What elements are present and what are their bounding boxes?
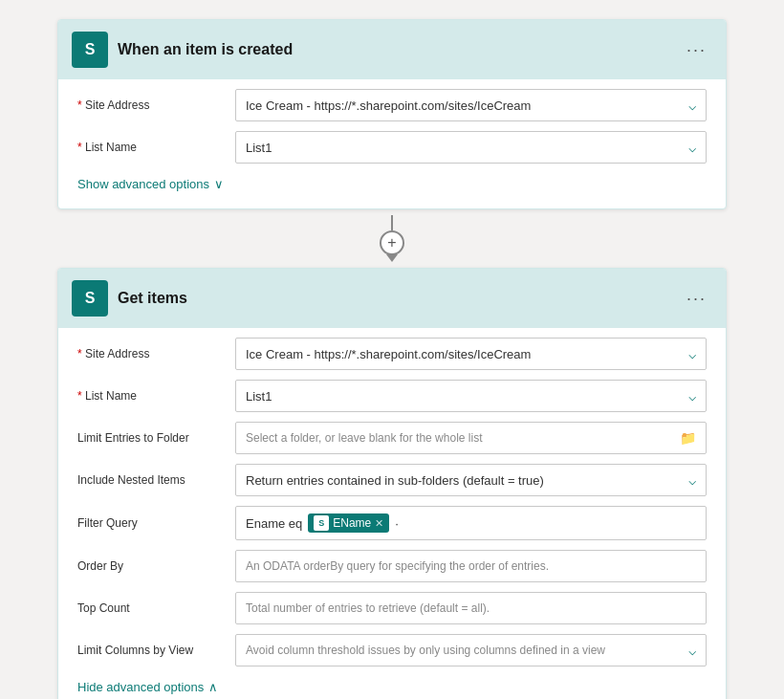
limit-entries-folder-input[interactable]: Select a folder, or leave blank for the … — [235, 422, 707, 454]
filter-token-chip[interactable]: S EName ✕ — [308, 513, 389, 533]
action-card-header-left: S Get items — [72, 280, 187, 317]
action-card-icon: S — [72, 280, 108, 317]
action-site-address-dropdown-arrow: ⌵ — [688, 346, 696, 361]
action-site-address-row: * Site Address Ice Cream - https://*.sha… — [77, 338, 707, 370]
token-close-button[interactable]: ✕ — [375, 517, 383, 530]
connector-line-top — [391, 215, 393, 230]
hide-advanced-options-button[interactable]: Hide advanced options ∧ — [77, 676, 218, 698]
add-step-button[interactable]: + — [380, 230, 404, 255]
order-by-label: Order By — [77, 559, 235, 573]
action-card-header: S Get items ··· — [58, 269, 726, 328]
chevron-up-icon: ∧ — [208, 680, 218, 694]
top-count-label: Top Count — [77, 601, 235, 615]
filter-query-row: Filter Query Ename eq S EName ✕ · — [77, 506, 707, 540]
action-card-body: * Site Address Ice Cream - https://*.sha… — [58, 328, 726, 699]
flow-connector: + — [380, 215, 404, 262]
include-nested-items-label: Include Nested Items — [77, 473, 235, 487]
action-list-name-input[interactable]: List1 ⌵ — [235, 380, 707, 412]
folder-icon: 📁 — [680, 430, 696, 446]
trigger-card-icon: S — [72, 32, 108, 68]
chip-icon: S — [314, 515, 329, 531]
trigger-card-header: S When an item is created ··· — [58, 20, 726, 79]
action-site-address-input[interactable]: Ice Cream - https://*.sharepoint.com/sit… — [235, 338, 707, 370]
filter-query-label: Filter Query — [77, 516, 235, 530]
action-list-name-row: * List Name List1 ⌵ — [77, 380, 707, 412]
include-nested-items-dropdown-arrow: ⌵ — [688, 472, 696, 488]
trigger-site-address-row: * Site Address Ice Cream - https://*.sha… — [77, 89, 707, 121]
action-list-name-dropdown-arrow: ⌵ — [688, 388, 696, 404]
trigger-card-title: When an item is created — [118, 41, 293, 58]
action-list-name-label: * List Name — [77, 389, 235, 403]
order-by-input[interactable]: An ODATA orderBy query for specifying th… — [235, 550, 707, 582]
trigger-card-ellipsis-button[interactable]: ··· — [681, 36, 712, 64]
limit-entries-folder-row: Limit Entries to Folder Select a folder,… — [77, 422, 707, 454]
limit-entries-folder-label: Limit Entries to Folder — [77, 431, 235, 445]
include-nested-items-row: Include Nested Items Return entries cont… — [77, 464, 707, 496]
limit-columns-row: Limit Columns by View Avoid column thres… — [77, 634, 707, 666]
filter-suffix: · — [395, 516, 399, 531]
top-count-row: Top Count Total number of entries to ret… — [77, 592, 707, 624]
trigger-list-name-label: * List Name — [77, 141, 235, 154]
action-site-address-label: * Site Address — [77, 347, 235, 360]
limit-columns-dropdown-arrow: ⌵ — [688, 643, 696, 658]
limit-columns-input[interactable]: Avoid column threshold issues by only us… — [235, 634, 707, 666]
trigger-list-name-input[interactable]: List1 ⌵ — [235, 131, 707, 164]
trigger-site-address-label: * Site Address — [77, 98, 235, 112]
show-advanced-options-button[interactable]: Show advanced options ∨ — [77, 173, 224, 195]
trigger-list-name-row: * List Name List1 ⌵ — [77, 131, 707, 164]
action-card: S Get items ··· * Site Address Ice Cream… — [57, 268, 727, 699]
trigger-card-header-left: S When an item is created — [72, 32, 293, 68]
chevron-down-icon: ∨ — [214, 177, 224, 191]
connector-arrow — [386, 254, 398, 262]
top-count-input[interactable]: Total number of entries to retrieve (def… — [235, 592, 707, 624]
filter-query-input[interactable]: Ename eq S EName ✕ · — [235, 506, 707, 540]
filter-prefix-text: Ename eq — [246, 516, 302, 531]
action-card-title: Get items — [118, 290, 187, 307]
trigger-card-body: * Site Address Ice Cream - https://*.sha… — [58, 79, 726, 208]
trigger-card: S When an item is created ··· * Site Add… — [57, 19, 727, 209]
limit-columns-label: Limit Columns by View — [77, 644, 235, 657]
order-by-row: Order By An ODATA orderBy query for spec… — [77, 550, 707, 582]
trigger-site-address-input[interactable]: Ice Cream - https://*.sharepoint.com/sit… — [235, 89, 707, 121]
action-card-ellipsis-button[interactable]: ··· — [681, 285, 712, 313]
include-nested-items-input[interactable]: Return entries contained in sub-folders … — [235, 464, 707, 496]
trigger-site-address-dropdown-arrow: ⌵ — [688, 98, 696, 113]
flow-container: S When an item is created ··· * Site Add… — [57, 19, 727, 699]
trigger-list-name-dropdown-arrow: ⌵ — [688, 140, 696, 155]
